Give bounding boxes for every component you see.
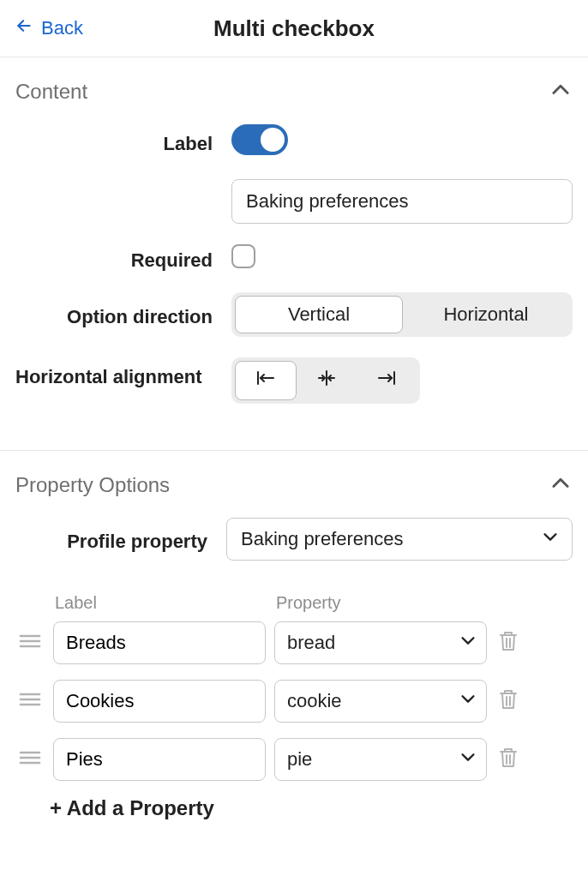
option-direction-vertical[interactable]: Vertical [235,296,403,333]
delete-option-button[interactable] [495,630,521,656]
drag-icon [18,748,42,771]
horizontal-alignment-label: Horizontal alignment [15,357,213,391]
align-right-icon [375,369,398,393]
chevron-down-icon [459,631,477,655]
label-text-input[interactable] [231,179,573,224]
profile-property-dropdown[interactable]: Baking preferences [226,518,573,561]
option-row: cookie [15,680,573,723]
option-direction-label: Option direction [15,301,213,328]
section-title-property-options: Property Options [15,473,170,497]
back-label: Back [41,17,83,39]
align-left-icon [255,369,277,393]
options-column-headers: Label Property [15,593,573,613]
option-label-input[interactable] [53,738,266,781]
option-property-value: pie [287,748,312,771]
drag-icon [18,690,42,712]
align-right-button[interactable] [357,361,417,400]
chevron-down-icon [459,747,477,771]
column-header-label: Label [55,593,276,613]
back-arrow-icon [15,17,33,39]
chevron-up-icon [549,471,573,499]
option-row: pie [15,738,573,781]
option-property-value: cookie [287,690,342,712]
section-toggle-content[interactable]: Content [0,57,588,124]
section-toggle-property-options[interactable]: Property Options [0,451,588,518]
option-property-dropdown[interactable]: bread [274,621,487,664]
chevron-up-icon [549,78,573,105]
chevron-down-icon [459,689,477,713]
toggle-knob [261,128,285,152]
label-field-label: Label [15,128,213,155]
option-label-input[interactable] [53,621,266,664]
drag-icon [18,632,42,654]
trash-icon [498,688,519,714]
align-left-button[interactable] [235,361,297,400]
column-header-property: Property [276,593,573,613]
label-toggle[interactable] [231,124,288,155]
trash-icon [498,747,519,772]
back-button[interactable]: Back [15,17,83,39]
trash-icon [498,630,519,656]
option-direction-segment: Vertical Horizontal [231,292,573,337]
required-field-label: Required [15,244,213,272]
option-row: bread [15,621,573,664]
chevron-down-icon [541,527,560,551]
option-property-value: bread [287,632,335,654]
horizontal-alignment-segment [231,357,420,404]
option-direction-horizontal[interactable]: Horizontal [403,296,569,333]
drag-handle[interactable] [15,632,45,654]
option-property-dropdown[interactable]: pie [274,738,487,781]
option-property-dropdown[interactable]: cookie [274,680,487,723]
align-center-icon [315,369,338,393]
page-title: Multi checkbox [0,15,588,42]
drag-handle[interactable] [15,748,45,771]
profile-property-label: Profile property [15,525,207,553]
profile-property-value: Baking preferences [241,528,404,550]
required-checkbox[interactable] [231,244,255,268]
option-label-input[interactable] [53,680,266,723]
add-property-button[interactable]: + Add a Property [15,796,573,820]
delete-option-button[interactable] [495,688,521,714]
drag-handle[interactable] [15,690,45,712]
delete-option-button[interactable] [495,747,521,772]
section-title-content: Content [15,80,87,104]
align-center-button[interactable] [297,361,357,400]
